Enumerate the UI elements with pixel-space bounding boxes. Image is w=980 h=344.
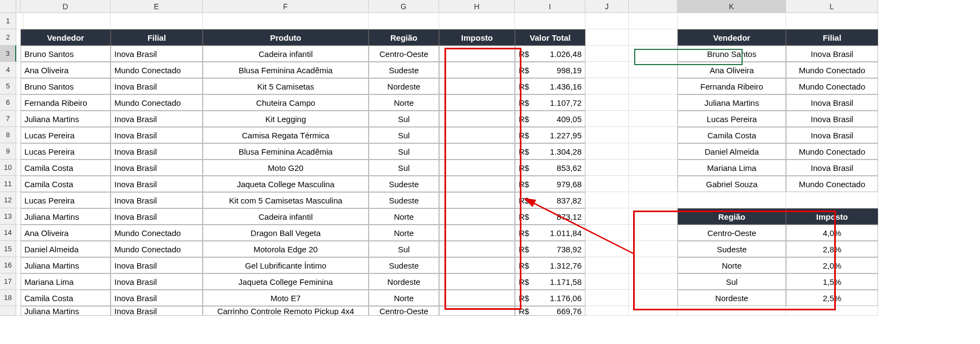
data-cell[interactable]: Inova Brasil bbox=[111, 208, 203, 225]
data-cell[interactable]: Sul bbox=[369, 160, 439, 176]
data-cell[interactable]: Dragon Ball Vegeta bbox=[203, 225, 369, 241]
cell[interactable] bbox=[629, 78, 678, 94]
cell[interactable] bbox=[585, 306, 629, 316]
data-cell[interactable]: Motorola Edge 20 bbox=[203, 241, 369, 257]
side2-cell[interactable]: 2,5% bbox=[786, 290, 878, 306]
data-cell[interactable]: Mariana Lima bbox=[21, 273, 111, 290]
cell[interactable] bbox=[515, 13, 585, 29]
data-cell[interactable]: Norte bbox=[369, 208, 439, 225]
row-header-1[interactable]: 1 bbox=[0, 13, 16, 29]
money-cell[interactable]: R$1.107,72 bbox=[515, 94, 585, 111]
side2-cell[interactable]: Centro-Oeste bbox=[678, 225, 786, 241]
side1-cell[interactable]: Inova Brasil bbox=[786, 111, 878, 127]
data-cell[interactable] bbox=[439, 127, 515, 143]
cell[interactable] bbox=[585, 176, 629, 192]
data-cell[interactable]: Moto G20 bbox=[203, 160, 369, 176]
cell[interactable] bbox=[439, 13, 515, 29]
side1-cell[interactable]: Mariana Lima bbox=[678, 160, 786, 176]
side1-cell[interactable]: Camila Costa bbox=[678, 127, 786, 143]
data-cell[interactable]: Inova Brasil bbox=[111, 257, 203, 273]
row-header-8[interactable]: 8 bbox=[0, 127, 16, 143]
row-header-5[interactable]: 5 bbox=[0, 78, 16, 94]
side1-cell[interactable]: Ana Oliveira bbox=[678, 62, 786, 78]
data-cell[interactable]: Cadeira infantil bbox=[203, 46, 369, 62]
side1-cell[interactable]: Inova Brasil bbox=[786, 46, 878, 62]
cell[interactable] bbox=[585, 257, 629, 273]
cell[interactable] bbox=[585, 78, 629, 94]
cell[interactable] bbox=[585, 13, 629, 29]
data-cell[interactable]: Juliana Martins bbox=[21, 111, 111, 127]
cell[interactable] bbox=[678, 306, 786, 316]
col-header-J[interactable]: J bbox=[585, 0, 629, 13]
cell[interactable] bbox=[629, 241, 678, 257]
data-cell[interactable] bbox=[439, 143, 515, 160]
data-cell[interactable]: Chuteira Campo bbox=[203, 94, 369, 111]
data-cell[interactable]: Sul bbox=[369, 111, 439, 127]
data-cell[interactable]: Inova Brasil bbox=[111, 160, 203, 176]
cell[interactable] bbox=[585, 160, 629, 176]
data-cell[interactable]: Inova Brasil bbox=[111, 78, 203, 94]
money-cell[interactable]: R$1.312,76 bbox=[515, 257, 585, 273]
money-cell[interactable]: R$409,05 bbox=[515, 111, 585, 127]
data-cell[interactable]: Jaqueta College Feminina bbox=[203, 273, 369, 290]
cell[interactable] bbox=[629, 160, 678, 176]
row-header-10[interactable]: 10 bbox=[0, 160, 16, 176]
data-cell[interactable]: Lucas Pereira bbox=[21, 143, 111, 160]
data-cell[interactable]: Inova Brasil bbox=[111, 192, 203, 208]
row-header-4[interactable]: 4 bbox=[0, 62, 16, 78]
money-cell[interactable]: R$998,19 bbox=[515, 62, 585, 78]
money-cell[interactable]: R$979,68 bbox=[515, 176, 585, 192]
side2-cell[interactable]: Norte bbox=[678, 257, 786, 273]
data-cell[interactable]: Bruno Santos bbox=[21, 78, 111, 94]
cell[interactable] bbox=[585, 241, 629, 257]
side2-cell[interactable]: Nordeste bbox=[678, 290, 786, 306]
data-cell[interactable]: Fernanda Ribeiro bbox=[21, 94, 111, 111]
cell[interactable] bbox=[369, 13, 439, 29]
cell[interactable] bbox=[585, 62, 629, 78]
col-header-L[interactable]: L bbox=[786, 0, 878, 13]
cell[interactable] bbox=[21, 13, 111, 29]
row-header-17[interactable]: 17 bbox=[0, 273, 16, 290]
select-all-corner[interactable] bbox=[0, 0, 16, 13]
data-cell[interactable] bbox=[439, 225, 515, 241]
data-cell[interactable]: Mundo Conectado bbox=[111, 62, 203, 78]
cell[interactable] bbox=[111, 13, 203, 29]
cell[interactable] bbox=[629, 62, 678, 78]
col-header-H[interactable]: H bbox=[439, 0, 515, 13]
row-header-13[interactable]: 13 bbox=[0, 208, 16, 225]
cell[interactable] bbox=[585, 127, 629, 143]
data-cell[interactable]: Centro-Oeste bbox=[369, 306, 439, 316]
row-header-12[interactable]: 12 bbox=[0, 192, 16, 208]
data-cell[interactable] bbox=[439, 290, 515, 306]
row-header-[interactable] bbox=[0, 306, 16, 316]
data-cell[interactable]: Camisa Regata Térmica bbox=[203, 127, 369, 143]
cell[interactable] bbox=[629, 257, 678, 273]
data-cell[interactable] bbox=[439, 46, 515, 62]
data-cell[interactable] bbox=[439, 62, 515, 78]
cell[interactable] bbox=[203, 13, 369, 29]
money-cell[interactable]: R$1.011,84 bbox=[515, 225, 585, 241]
data-cell[interactable]: Camila Costa bbox=[21, 160, 111, 176]
cell[interactable] bbox=[678, 13, 786, 29]
data-cell[interactable]: Norte bbox=[369, 94, 439, 111]
data-cell[interactable]: Juliana Martins bbox=[21, 208, 111, 225]
side1-cell[interactable]: Inova Brasil bbox=[786, 160, 878, 176]
data-cell[interactable]: Ana Oliveira bbox=[21, 225, 111, 241]
side1-cell[interactable]: Bruno Santos bbox=[678, 46, 786, 62]
cell[interactable] bbox=[629, 46, 678, 62]
data-cell[interactable]: Inova Brasil bbox=[111, 273, 203, 290]
data-cell[interactable]: Nordeste bbox=[369, 273, 439, 290]
side1-cell[interactable]: Daniel Almeida bbox=[678, 143, 786, 160]
data-cell[interactable]: Norte bbox=[369, 290, 439, 306]
data-cell[interactable]: Kit Legging bbox=[203, 111, 369, 127]
data-cell[interactable]: Camila Costa bbox=[21, 290, 111, 306]
cell[interactable] bbox=[585, 208, 629, 225]
data-cell[interactable]: Moto E7 bbox=[203, 290, 369, 306]
data-cell[interactable]: Inova Brasil bbox=[111, 127, 203, 143]
data-cell[interactable]: Cadeira infantil bbox=[203, 208, 369, 225]
col-header-D[interactable]: D bbox=[21, 0, 111, 13]
cell[interactable] bbox=[786, 192, 878, 208]
side1-cell[interactable]: Mundo Conectado bbox=[786, 62, 878, 78]
data-cell[interactable] bbox=[439, 306, 515, 316]
row-header-18[interactable]: 18 bbox=[0, 290, 16, 306]
